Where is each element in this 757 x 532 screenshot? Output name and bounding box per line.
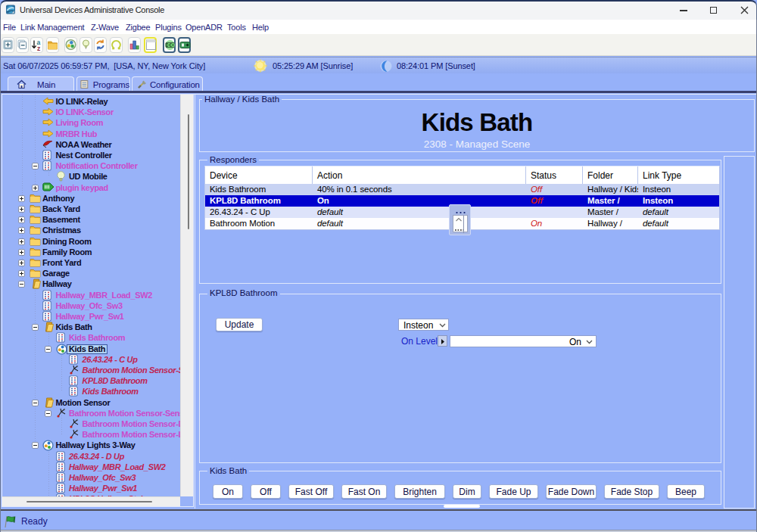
svg-text:z: z — [37, 45, 40, 52]
